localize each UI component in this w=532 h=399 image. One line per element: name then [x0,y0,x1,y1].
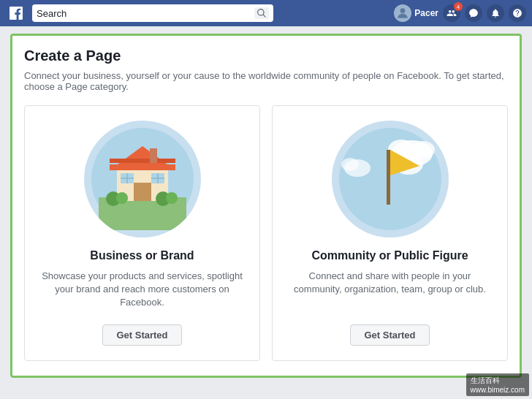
svg-rect-26 [387,150,390,205]
page-title: Create a Page [24,48,508,64]
svg-rect-18 [150,148,157,163]
user-profile-nav[interactable]: Pacer [394,4,438,22]
community-get-started-button[interactable]: Get Started [350,324,429,346]
nav-right: Pacer 4 [394,4,526,22]
page-subtitle: Connect your business, yourself or your … [24,70,508,92]
avatar [394,4,411,22]
community-option-desc: Connect and share with people in your co… [284,270,495,310]
search-submit-button[interactable] [254,7,269,19]
svg-point-17 [166,192,178,204]
user-name-label: Pacer [414,8,438,18]
community-illustration [332,121,449,238]
search-bar[interactable] [32,4,273,22]
top-navbar: Pacer 4 [0,0,532,26]
svg-point-25 [341,158,359,171]
svg-point-0 [400,8,406,13]
business-option-desc: Showcase your products and services, spo… [37,270,248,310]
business-illustration [84,121,201,238]
svg-rect-5 [110,164,175,170]
facebook-logo [6,3,26,23]
options-row: Business or Brand Showcase your products… [24,105,508,361]
svg-rect-6 [110,159,175,163]
business-option-title: Business or Brand [90,249,194,262]
friend-requests-button[interactable]: 4 [443,4,460,22]
messenger-button[interactable] [465,4,482,22]
business-get-started-button[interactable]: Get Started [102,324,181,346]
notifications-button[interactable] [487,4,504,22]
search-input[interactable] [37,8,251,19]
business-option-card[interactable]: Business or Brand Showcase your products… [24,105,260,361]
svg-rect-7 [134,183,151,201]
community-option-card[interactable]: Community or Public Figure Connect and s… [272,105,508,361]
help-button[interactable] [509,4,526,22]
community-option-title: Community or Public Figure [311,249,468,262]
create-page-card: Create a Page Connect your business, you… [10,34,522,378]
svg-point-15 [116,192,128,204]
friend-requests-badge: 4 [454,2,463,11]
page-outer: Create a Page Connect your business, you… [0,26,532,385]
